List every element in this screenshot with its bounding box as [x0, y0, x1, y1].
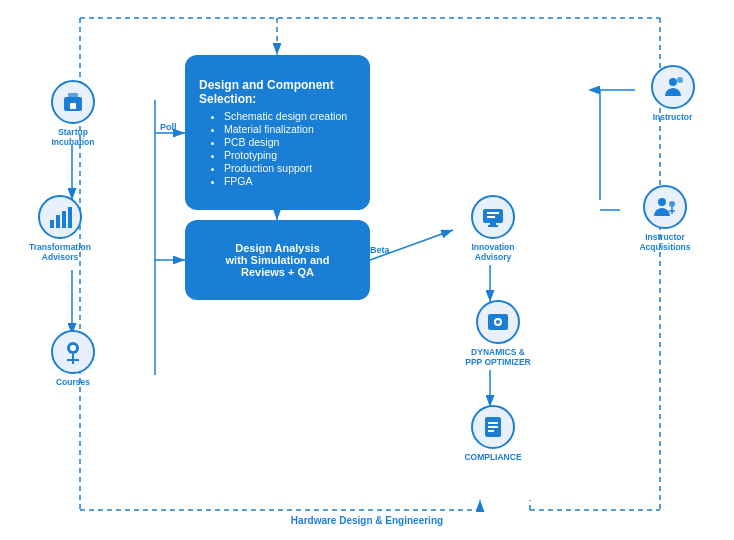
- list-item: Schematic design creation: [224, 110, 347, 122]
- innovation-node: InnovationAdvisory: [453, 195, 533, 262]
- svg-rect-25: [50, 220, 54, 228]
- svg-rect-24: [70, 103, 76, 109]
- svg-rect-34: [487, 212, 499, 214]
- svg-point-48: [669, 201, 675, 207]
- transformation-node: TransformationAdvisors: [25, 195, 95, 262]
- bottom-label: Hardware Design & Engineering: [0, 515, 734, 526]
- innovation-label: InnovationAdvisory: [472, 242, 515, 262]
- svg-rect-44: [488, 430, 494, 432]
- design-selection-title: Design and Component Selection:: [199, 78, 356, 106]
- svg-point-40: [496, 320, 500, 324]
- svg-rect-28: [68, 207, 72, 228]
- dynamics-label: DYNAMICS &PPP OPTIMIZER: [465, 347, 531, 367]
- diagram-canvas: Design and Component Selection: Schemati…: [0, 0, 734, 540]
- svg-point-47: [658, 198, 666, 206]
- design-analysis-label: Design Analysiswith Simulation andReview…: [226, 242, 330, 278]
- list-item: Material finalization: [224, 123, 347, 135]
- dynamics-node: DYNAMICS &PPP OPTIMIZER: [453, 300, 543, 367]
- svg-point-46: [677, 77, 683, 83]
- transformation-icon: [38, 195, 82, 239]
- dynamics-icon: [476, 300, 520, 344]
- svg-rect-26: [56, 215, 60, 228]
- svg-rect-42: [488, 422, 498, 424]
- instructor-acquisitions-node: InstructorAcquisitions: [620, 185, 710, 252]
- courses-node: Courses: [38, 330, 108, 387]
- list-item: Production support: [224, 162, 347, 174]
- beta-label: Beta: [370, 245, 390, 255]
- svg-point-32: [70, 345, 76, 351]
- list-item: Prototyping: [224, 149, 347, 161]
- instructor-node: Instructor: [635, 65, 710, 122]
- poll-label: Poll: [160, 122, 177, 132]
- instructor-label: Instructor: [653, 112, 693, 122]
- compliance-node: COMPLIANCE: [453, 405, 533, 462]
- courses-icon: [51, 330, 95, 374]
- svg-rect-43: [488, 426, 498, 428]
- svg-rect-37: [488, 225, 498, 227]
- design-selection-box: Design and Component Selection: Schemati…: [185, 55, 370, 210]
- startup-label: StartupIncubation: [52, 127, 95, 147]
- svg-rect-23: [68, 93, 78, 99]
- svg-point-45: [669, 78, 677, 86]
- svg-rect-27: [62, 211, 66, 228]
- instructor-icon: [651, 65, 695, 109]
- instructor-acq-label: InstructorAcquisitions: [639, 232, 690, 252]
- startup-node: StartupIncubation: [38, 80, 108, 147]
- list-item: FPGA: [224, 175, 347, 187]
- transformation-label: TransformationAdvisors: [29, 242, 91, 262]
- instructor-acq-icon: [643, 185, 687, 229]
- design-selection-list: Schematic design creation Material final…: [208, 110, 347, 188]
- courses-label: Courses: [56, 377, 90, 387]
- compliance-icon: [471, 405, 515, 449]
- innovation-icon: [471, 195, 515, 239]
- list-item: PCB design: [224, 136, 347, 148]
- compliance-label: COMPLIANCE: [464, 452, 521, 462]
- design-analysis-box: Design Analysiswith Simulation andReview…: [185, 220, 370, 300]
- svg-rect-35: [487, 216, 495, 218]
- startup-icon: [51, 80, 95, 124]
